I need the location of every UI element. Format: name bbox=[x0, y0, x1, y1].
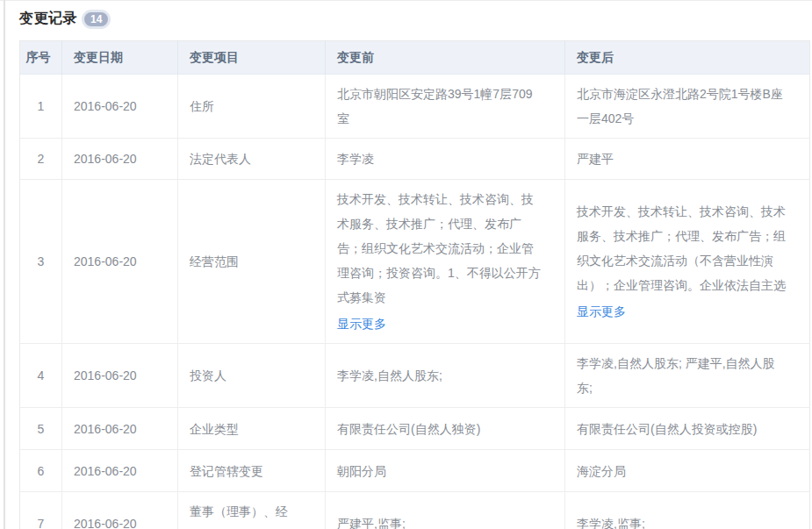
cell-after: 严建平 bbox=[565, 139, 810, 180]
cell-before: 北京市朝阳区安定路39号1幢7层709室 bbox=[326, 75, 565, 139]
cell-date: 2016-06-20 bbox=[62, 180, 178, 344]
cell-text: 4 bbox=[38, 368, 45, 382]
cell-text: 北京市朝阳区安定路39号1幢7层709室 bbox=[337, 87, 533, 125]
cell-after: 李学凌,监事; bbox=[565, 492, 810, 529]
cell-text: 经营范围 bbox=[190, 254, 239, 268]
cell-text: 企业类型 bbox=[190, 422, 239, 436]
cell-text: 投资人 bbox=[190, 368, 226, 382]
cell-text: 1 bbox=[38, 99, 45, 113]
cell-date: 2016-06-20 bbox=[62, 408, 178, 450]
cell-after: 有限责任公司(自然人投资或控股) bbox=[565, 408, 810, 450]
cell-date: 2016-06-20 bbox=[62, 492, 178, 529]
table-row: 62016-06-20登记管辖变更朝阳分局海淀分局 bbox=[20, 450, 810, 492]
cell-text: 2016-06-20 bbox=[74, 99, 137, 113]
cell-text: 技术开发、技术转让、技术咨询、技术服务、技术推广；代理、发布广告；组织文化艺术交… bbox=[577, 204, 786, 292]
column-header-item: 变更项目 bbox=[178, 41, 326, 75]
cell-text: 技术开发、技术转让、技术咨询、技术服务、技术推广；代理、发布广告；组织文化艺术交… bbox=[337, 192, 541, 304]
cell-item: 住所 bbox=[178, 75, 326, 139]
change-table-body: 12016-06-20住所北京市朝阳区安定路39号1幢7层709室北京市海淀区永… bbox=[20, 75, 810, 529]
cell-date: 2016-06-20 bbox=[62, 75, 178, 139]
cell-index: 3 bbox=[20, 180, 62, 344]
cell-text: 北京市海淀区永澄北路2号院1号楼B座一层402号 bbox=[577, 87, 783, 125]
header-row: 序号 变更日期 变更项目 变更前 变更后 bbox=[20, 41, 810, 75]
cell-text: 登记管辖变更 bbox=[190, 464, 263, 478]
cell-text: 李学凌,监事; bbox=[577, 517, 645, 529]
cell-text: 董事（理事）、经理、监事 bbox=[190, 504, 288, 529]
cell-text: 李学凌 bbox=[337, 152, 374, 166]
cell-text: 海淀分局 bbox=[577, 464, 626, 478]
cell-item: 经营范围 bbox=[178, 180, 326, 344]
cell-item: 董事（理事）、经理、监事 bbox=[178, 492, 326, 529]
cell-text: 有限责任公司(自然人投资或控股) bbox=[577, 422, 757, 436]
cell-text: 7 bbox=[38, 517, 45, 529]
cell-text: 李学凌,自然人股东; bbox=[337, 368, 442, 382]
cell-text: 有限责任公司(自然人独资) bbox=[337, 422, 480, 436]
show-more-link[interactable]: 显示更多 bbox=[337, 311, 386, 336]
cell-text: 严建平,监事; bbox=[337, 517, 406, 529]
cell-index: 4 bbox=[20, 344, 62, 408]
cell-text: 2 bbox=[38, 152, 45, 166]
cell-text: 法定代表人 bbox=[190, 152, 251, 166]
cell-text: 严建平 bbox=[577, 152, 614, 166]
cell-before: 李学凌 bbox=[326, 139, 565, 180]
count-badge: 14 bbox=[84, 12, 108, 26]
cell-text: 2016-06-20 bbox=[74, 464, 137, 478]
cell-text: 2016-06-20 bbox=[74, 152, 137, 166]
column-header-index: 序号 bbox=[20, 41, 62, 75]
cell-after: 技术开发、技术转让、技术咨询、技术服务、技术推广；代理、发布广告；组织文化艺术交… bbox=[565, 180, 810, 344]
cell-item: 企业类型 bbox=[178, 408, 326, 450]
column-header-date: 变更日期 bbox=[62, 41, 178, 75]
page-left-edge bbox=[4, 0, 5, 529]
column-header-before: 变更前 bbox=[326, 41, 565, 75]
cell-after: 北京市海淀区永澄北路2号院1号楼B座一层402号 bbox=[565, 75, 810, 139]
cell-index: 5 bbox=[20, 408, 62, 450]
column-header-after: 变更后 bbox=[565, 41, 810, 75]
table-row: 22016-06-20法定代表人李学凌严建平 bbox=[20, 139, 810, 180]
cell-index: 2 bbox=[20, 139, 62, 180]
cell-date: 2016-06-20 bbox=[62, 450, 178, 492]
cell-item: 法定代表人 bbox=[178, 139, 326, 180]
table-row: 72016-06-20董事（理事）、经理、监事严建平,监事;李学凌,监事; bbox=[20, 492, 810, 529]
cell-text: 5 bbox=[38, 422, 45, 436]
cell-item: 登记管辖变更 bbox=[178, 450, 326, 492]
cell-text: 朝阳分局 bbox=[337, 464, 386, 478]
change-records-table: 序号 变更日期 变更项目 变更前 变更后 12016-06-20住所北京市朝阳区… bbox=[19, 40, 810, 529]
cell-before: 技术开发、技术转让、技术咨询、技术服务、技术推广；代理、发布广告；组织文化艺术交… bbox=[326, 180, 565, 344]
show-more-link[interactable]: 显示更多 bbox=[577, 299, 626, 324]
cell-date: 2016-06-20 bbox=[62, 139, 178, 180]
cell-date: 2016-06-20 bbox=[62, 344, 178, 408]
table-row: 42016-06-20投资人李学凌,自然人股东;李学凌,自然人股东; 严建平,自… bbox=[20, 344, 810, 408]
cell-after: 李学凌,自然人股东; 严建平,自然人股东; bbox=[565, 344, 810, 408]
cell-item: 投资人 bbox=[178, 344, 326, 408]
table-header: 序号 变更日期 变更项目 变更前 变更后 bbox=[20, 41, 810, 75]
cell-before: 朝阳分局 bbox=[326, 450, 565, 492]
table-row: 12016-06-20住所北京市朝阳区安定路39号1幢7层709室北京市海淀区永… bbox=[20, 75, 810, 139]
cell-before: 严建平,监事; bbox=[326, 492, 565, 529]
section-title: 变更记录 bbox=[19, 10, 77, 28]
cell-index: 7 bbox=[20, 492, 62, 529]
cell-after: 海淀分局 bbox=[565, 450, 810, 492]
table-row: 52016-06-20企业类型有限责任公司(自然人独资)有限责任公司(自然人投资… bbox=[20, 408, 810, 450]
cell-before: 李学凌,自然人股东; bbox=[326, 344, 565, 408]
cell-text: 2016-06-20 bbox=[74, 254, 137, 268]
cell-index: 1 bbox=[20, 75, 62, 139]
cell-text: 2016-06-20 bbox=[74, 368, 137, 382]
cell-text: 李学凌,自然人股东; 严建平,自然人股东; bbox=[577, 356, 775, 395]
cell-text: 住所 bbox=[190, 99, 214, 113]
cell-text: 3 bbox=[38, 254, 45, 268]
cell-text: 2016-06-20 bbox=[74, 517, 137, 529]
cell-text: 6 bbox=[38, 464, 45, 478]
cell-text: 2016-06-20 bbox=[74, 422, 137, 436]
cell-before: 有限责任公司(自然人独资) bbox=[326, 408, 565, 450]
section-header: 变更记录 14 bbox=[19, 10, 812, 28]
table-row: 32016-06-20经营范围技术开发、技术转让、技术咨询、技术服务、技术推广；… bbox=[20, 180, 810, 344]
cell-index: 6 bbox=[20, 450, 62, 492]
change-records-section: 变更记录 14 序号 变更日期 变更项目 变更前 变更后 12016-06-20… bbox=[0, 1, 812, 529]
